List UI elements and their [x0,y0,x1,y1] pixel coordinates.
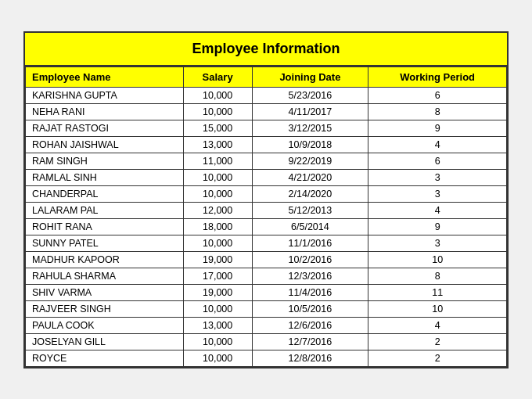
cell-working-period: 9 [368,218,507,235]
col-header-working-period: Working Period [368,66,507,87]
table-row: JOSELYAN GILL10,00012/7/20162 [26,333,507,350]
table-row: RAHULA SHARMA17,00012/3/20168 [26,268,507,284]
cell-employee-name: RAJAT RASTOGI [26,120,184,136]
cell-salary: 19,000 [183,251,252,268]
cell-employee-name: ROYCE [26,350,184,366]
cell-salary: 10,000 [183,235,252,251]
cell-employee-name: SUNNY PATEL [26,235,184,251]
cell-working-period: 10 [368,300,507,317]
cell-salary: 18,000 [183,218,252,235]
cell-working-period: 8 [368,268,507,284]
table-row: KARISHNA GUPTA10,0005/23/20166 [26,87,507,103]
cell-joining-date: 12/6/2016 [252,317,368,333]
cell-joining-date: 10/2/2016 [252,251,368,268]
col-header-joining-date: Joining Date [252,66,368,87]
cell-employee-name: LALARAM PAL [26,202,184,218]
cell-joining-date: 10/9/2018 [252,136,368,153]
cell-joining-date: 2/14/2020 [252,185,368,202]
cell-working-period: 4 [368,136,507,153]
cell-salary: 13,000 [183,317,252,333]
table-row: ROHIT RANA18,0006/5/20149 [26,218,507,235]
cell-employee-name: PAULA COOK [26,317,184,333]
cell-working-period: 3 [368,169,507,185]
cell-salary: 10,000 [183,103,252,120]
cell-employee-name: CHANDERPAL [26,185,184,202]
table-title-row: Employee Information [25,33,507,66]
cell-employee-name: RAMLAL SINH [26,169,184,185]
table-row: ROHAN JAISHWAL13,00010/9/20184 [26,136,507,153]
table-row: LALARAM PAL12,0005/12/20134 [26,202,507,218]
table-row: MADHUR KAPOOR19,00010/2/201610 [26,251,507,268]
cell-employee-name: ROHIT RANA [26,218,184,235]
cell-salary: 17,000 [183,268,252,284]
cell-joining-date: 12/7/2016 [252,333,368,350]
cell-employee-name: ROHAN JAISHWAL [26,136,184,153]
cell-working-period: 11 [368,284,507,300]
table-row: ROYCE10,00012/8/20162 [26,350,507,366]
cell-salary: 11,000 [183,153,252,169]
table-row: PAULA COOK13,00012/6/20164 [26,317,507,333]
cell-employee-name: MADHUR KAPOOR [26,251,184,268]
table-row: RAM SINGH11,0009/22/20196 [26,153,507,169]
cell-joining-date: 11/1/2016 [252,235,368,251]
employee-table: Employee Name Salary Joining Date Workin… [25,66,507,367]
cell-joining-date: 11/4/2016 [252,284,368,300]
cell-working-period: 8 [368,103,507,120]
table-row: NEHA RANI10,0004/11/20178 [26,103,507,120]
cell-salary: 10,000 [183,169,252,185]
cell-salary: 19,000 [183,284,252,300]
cell-salary: 10,000 [183,87,252,103]
cell-employee-name: SHIV VARMA [26,284,184,300]
cell-working-period: 6 [368,153,507,169]
table-row: SHIV VARMA19,00011/4/201611 [26,284,507,300]
table-header-row: Employee Name Salary Joining Date Workin… [26,66,507,87]
cell-joining-date: 9/22/2019 [252,153,368,169]
cell-working-period: 10 [368,251,507,268]
table-title: Employee Information [192,41,340,56]
cell-working-period: 3 [368,235,507,251]
cell-joining-date: 12/8/2016 [252,350,368,366]
cell-salary: 10,000 [183,300,252,317]
cell-employee-name: RAHULA SHARMA [26,268,184,284]
main-container: Employee Information Employee Name Salar… [23,31,509,368]
cell-joining-date: 5/12/2013 [252,202,368,218]
cell-working-period: 2 [368,333,507,350]
cell-salary: 10,000 [183,350,252,366]
cell-employee-name: KARISHNA GUPTA [26,87,184,103]
cell-joining-date: 5/23/2016 [252,87,368,103]
cell-employee-name: JOSELYAN GILL [26,333,184,350]
cell-joining-date: 3/12/2015 [252,120,368,136]
table-row: RAJAT RASTOGI15,0003/12/20159 [26,120,507,136]
cell-employee-name: RAJVEER SINGH [26,300,184,317]
cell-working-period: 3 [368,185,507,202]
cell-employee-name: RAM SINGH [26,153,184,169]
col-header-salary: Salary [183,66,252,87]
table-row: RAMLAL SINH10,0004/21/20203 [26,169,507,185]
cell-joining-date: 4/11/2017 [252,103,368,120]
cell-joining-date: 4/21/2020 [252,169,368,185]
col-header-name: Employee Name [26,66,184,87]
cell-salary: 15,000 [183,120,252,136]
table-row: CHANDERPAL10,0002/14/20203 [26,185,507,202]
cell-working-period: 4 [368,202,507,218]
cell-joining-date: 6/5/2014 [252,218,368,235]
cell-joining-date: 12/3/2016 [252,268,368,284]
cell-salary: 13,000 [183,136,252,153]
cell-salary: 10,000 [183,185,252,202]
cell-working-period: 9 [368,120,507,136]
cell-joining-date: 10/5/2016 [252,300,368,317]
table-row: SUNNY PATEL10,00011/1/20163 [26,235,507,251]
cell-salary: 10,000 [183,333,252,350]
cell-employee-name: NEHA RANI [26,103,184,120]
cell-working-period: 6 [368,87,507,103]
table-row: RAJVEER SINGH10,00010/5/201610 [26,300,507,317]
cell-salary: 12,000 [183,202,252,218]
cell-working-period: 4 [368,317,507,333]
cell-working-period: 2 [368,350,507,366]
table-body: KARISHNA GUPTA10,0005/23/20166NEHA RANI1… [26,87,507,366]
